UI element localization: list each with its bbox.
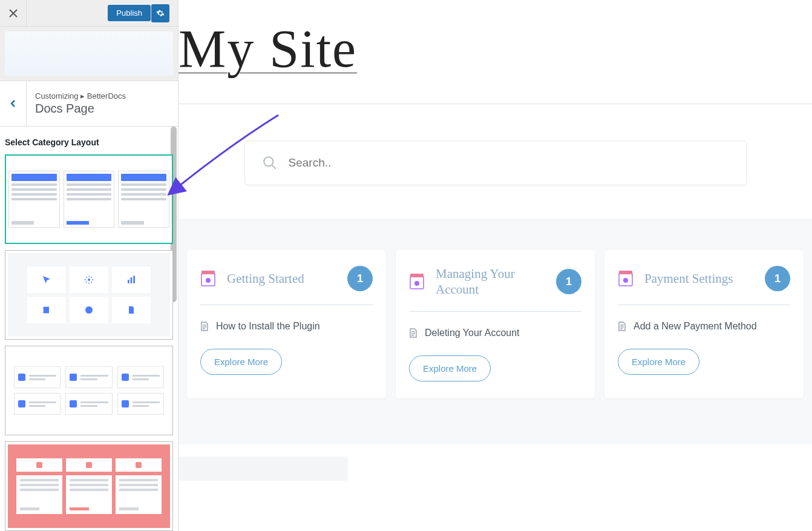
- svg-point-17: [414, 281, 419, 286]
- category-count: 1: [347, 266, 373, 291]
- search-input[interactable]: [289, 156, 729, 170]
- search-box[interactable]: [244, 140, 747, 185]
- layout-option-1[interactable]: [5, 154, 173, 244]
- site-title[interactable]: My Site: [178, 0, 812, 104]
- layout-option-2[interactable]: [5, 250, 173, 340]
- category-icon: [200, 270, 216, 287]
- panel-title: Docs Page: [35, 102, 126, 116]
- article-title: How to Install the Plugin: [216, 321, 320, 332]
- footer-strip: [178, 457, 348, 481]
- doc-icon: [200, 322, 209, 331]
- doc-icon: [409, 328, 417, 338]
- publish-button[interactable]: Publish: [108, 5, 151, 21]
- book-icon: [42, 305, 51, 315]
- svg-point-7: [264, 157, 273, 166]
- svg-rect-3: [128, 280, 129, 283]
- pie-icon: [84, 305, 94, 315]
- svg-rect-5: [133, 275, 135, 283]
- category-name: Managing Your Account: [436, 266, 545, 298]
- svg-point-6: [85, 306, 93, 314]
- categories-section: Getting Started 1 How to Install the Plu…: [178, 219, 812, 444]
- explore-button[interactable]: Explore More: [618, 349, 699, 375]
- category-icon: [618, 270, 634, 287]
- category-icon: [409, 273, 425, 290]
- publish-settings-button[interactable]: [151, 4, 169, 22]
- breadcrumb: Customizing ▸ BetterDocs: [35, 91, 126, 101]
- article-link[interactable]: Deleting Your Account: [409, 328, 581, 338]
- category-card: Managing Your Account 1 Deleting Your Ac…: [396, 250, 595, 398]
- back-button[interactable]: [0, 81, 27, 126]
- article-link[interactable]: Add a New Payment Method: [618, 321, 790, 332]
- sidebar-topbar: Publish: [0, 0, 178, 27]
- svg-rect-16: [410, 274, 424, 277]
- sidebar-body: Select Category Layout: [0, 127, 178, 531]
- svg-line-8: [272, 165, 276, 169]
- svg-rect-22: [619, 271, 632, 274]
- explore-button[interactable]: Explore More: [200, 349, 282, 375]
- article-title: Add a New Payment Method: [634, 321, 757, 332]
- category-name: Getting Started: [227, 271, 336, 286]
- sidebar-banner: [0, 27, 178, 81]
- search-icon: [262, 155, 278, 171]
- article-title: Deleting Your Account: [425, 328, 520, 338]
- category-count: 1: [765, 266, 790, 291]
- svg-point-2: [88, 279, 90, 281]
- preview-pane: My Site Getting Started 1 How to Install…: [178, 0, 812, 531]
- cursor-icon: [42, 275, 51, 285]
- chevron-left-icon: [9, 99, 18, 108]
- divider: [618, 305, 790, 305]
- divider: [200, 305, 373, 305]
- close-button[interactable]: [0, 0, 27, 27]
- hero-section: [178, 104, 812, 219]
- svg-point-23: [623, 278, 628, 283]
- category-count: 1: [556, 269, 581, 294]
- doc-icon: [126, 305, 136, 315]
- category-card: Payment Settings 1 Add a New Payment Met…: [604, 250, 804, 398]
- svg-rect-4: [131, 277, 133, 283]
- gear-icon: [84, 275, 94, 285]
- divider: [409, 311, 581, 312]
- gear-icon: [156, 9, 165, 18]
- layout-option-4[interactable]: [5, 441, 173, 531]
- chart-icon: [126, 275, 136, 285]
- layout-option-3[interactable]: [5, 346, 173, 435]
- category-card: Getting Started 1 How to Install the Plu…: [187, 250, 386, 398]
- section-label: Select Category Layout: [5, 137, 173, 147]
- sidebar-panel-header: Customizing ▸ BetterDocs Docs Page: [0, 81, 178, 127]
- customizer-sidebar: Publish Customizing ▸ BetterDocs Docs Pa…: [0, 0, 178, 531]
- svg-rect-10: [201, 271, 215, 274]
- article-link[interactable]: How to Install the Plugin: [200, 321, 373, 332]
- explore-button[interactable]: Explore More: [409, 355, 491, 381]
- svg-point-11: [206, 278, 211, 283]
- category-name: Payment Settings: [644, 271, 754, 286]
- doc-icon: [618, 322, 626, 331]
